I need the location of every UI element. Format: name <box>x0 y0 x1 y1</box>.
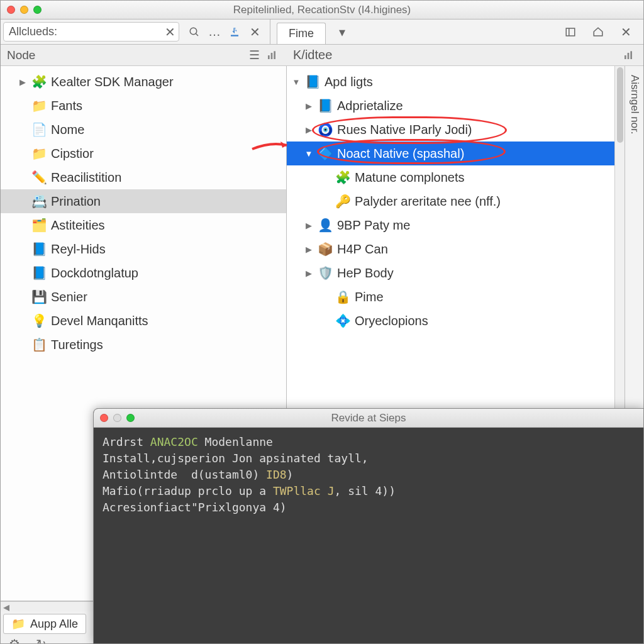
terminal-zoom-button[interactable] <box>126 414 135 422</box>
home-icon[interactable] <box>589 23 607 41</box>
zoom-window-button[interactable] <box>33 6 42 14</box>
search-input[interactable] <box>4 23 161 41</box>
close-tab-icon[interactable]: ✕ <box>617 23 635 41</box>
window-title: Repitelinlied, RecationStv (I4.higines) <box>1 4 643 16</box>
right-pane-title: K/idtee <box>293 48 332 62</box>
chevron-down-icon[interactable]: ▼ <box>304 149 313 158</box>
minimize-window-button[interactable] <box>20 6 28 14</box>
bottom-file-tab[interactable]: 📁 Aupp Alle <box>3 614 86 634</box>
terminal-body[interactable]: Ardrst ANAC2OC Modenlanne Install,cujspe… <box>94 428 643 643</box>
tree-item[interactable]: 💠Oryeclopions <box>287 309 614 333</box>
pane-headers: Node ☰ K/idtee <box>1 45 643 66</box>
svg-rect-10 <box>630 51 632 59</box>
chevron-down-icon[interactable]: ▼ <box>292 77 301 87</box>
chip-icon: 💾 <box>32 290 46 304</box>
diamond-icon: 🔷 <box>318 147 332 160</box>
gem-icon: 💠 <box>336 314 350 328</box>
terminal-title: Revide at Sieps <box>94 412 643 425</box>
bulb-icon: 💡 <box>32 314 46 328</box>
stats-icon[interactable] <box>263 47 280 64</box>
layout-icon[interactable] <box>562 23 579 41</box>
tree-item-label: HeP Body <box>337 266 394 280</box>
tree-item[interactable]: 🗂️Astiteities <box>1 213 286 237</box>
list-icon: 📋 <box>32 338 46 352</box>
tree-item-label: Prination <box>51 194 101 209</box>
tree-item-label: Nome <box>51 123 84 137</box>
tree-item[interactable]: 📘Reyl-Hids <box>1 237 286 261</box>
bottom-file-tab-label: Aupp Alle <box>30 618 78 631</box>
tree-item[interactable]: 🧩Matune complonets <box>287 165 614 189</box>
tree-item-label: Oryeclopions <box>355 314 428 328</box>
tree-item[interactable]: ▼🔷Noact Native (spashal) <box>287 142 614 165</box>
folder-icon: 📁 <box>11 617 25 631</box>
shield-icon: 🛡️ <box>318 266 332 280</box>
tree-item-label: Reyl-Hids <box>51 242 106 257</box>
close-panel-icon[interactable]: ✕ <box>246 23 264 41</box>
tree-item[interactable]: ▶🧩Kealter SDK Manager <box>1 70 286 94</box>
tree-item-label: Senier <box>51 290 87 304</box>
menu-icon[interactable]: ☰ <box>245 47 263 64</box>
tree-item[interactable]: ▶🛡️HeP Body <box>287 261 614 285</box>
close-window-button[interactable] <box>7 6 15 14</box>
tree-item[interactable]: ▶📘Adprietalize <box>287 94 614 118</box>
tree-item-label: Astiteities <box>51 218 105 233</box>
stats2-icon[interactable] <box>619 47 637 64</box>
tree-item-label: Turetings <box>51 338 103 352</box>
tree-item[interactable]: 📋Turetings <box>1 333 286 357</box>
search-icon[interactable] <box>186 23 203 41</box>
tree-item[interactable]: ✏️Reacilistition <box>1 165 286 189</box>
box-icon: 📦 <box>318 242 332 256</box>
more-icon[interactable]: … <box>206 23 223 41</box>
sync-icon[interactable]: ↻ <box>32 635 50 643</box>
chevron-right-icon[interactable]: ▶ <box>304 269 313 278</box>
tree-item[interactable]: ▼📘Apd ligts <box>287 70 614 94</box>
tree-item[interactable]: 🔑Palyder areritate nee (nff.) <box>287 189 614 213</box>
tree-item[interactable]: ▶🧿Rues Native IParly Jodi) <box>287 118 614 142</box>
tree-item[interactable]: 📁Fants <box>1 94 286 118</box>
tree-item-label: Cipstior <box>51 147 94 161</box>
tree-item[interactable]: ▶📦H4P Can <box>287 237 614 261</box>
tree-item-label: Adprietalize <box>337 99 403 113</box>
tab-fime[interactable]: Fime <box>277 23 326 44</box>
clear-search-icon[interactable]: ✕ <box>161 23 179 41</box>
main-titlebar[interactable]: Repitelinlied, RecationStv (I4.higines) <box>1 1 643 19</box>
tree-item-label: Matune complonets <box>355 170 465 185</box>
tree-item[interactable]: 🔒Pime <box>287 285 614 309</box>
gear-icon[interactable]: ⚙ <box>6 635 23 643</box>
svg-line-1 <box>196 33 198 36</box>
tree-item-label: 9BP Paty me <box>337 218 410 233</box>
chevron-right-icon[interactable]: ▶ <box>18 77 27 87</box>
tree-item[interactable]: 📘Dockdotnglatup <box>1 261 286 285</box>
tree-item-label: Pime <box>355 290 384 304</box>
person-icon: 👤 <box>318 218 332 232</box>
tree-item[interactable]: 📁Cipstior <box>1 142 286 165</box>
svg-rect-2 <box>231 35 238 36</box>
dropdown-icon[interactable]: ▾ <box>333 23 351 41</box>
tree-item-label: Noact Native (spashal) <box>337 147 464 161</box>
tree-item-label: Reacilistition <box>51 170 121 185</box>
tree-item-label: Kealter SDK Manager <box>51 75 174 89</box>
terminal-titlebar[interactable]: Revide at Sieps <box>94 409 643 428</box>
doc-icon: 📘 <box>318 99 332 113</box>
svg-point-0 <box>190 28 197 35</box>
tree-item[interactable]: 💡Devel Manqanitts <box>1 309 286 333</box>
sdk-icon: 🧩 <box>32 75 46 89</box>
main-toolbar: ✕ … ✕ Fime ▾ ✕ <box>1 19 643 45</box>
tree-item[interactable]: ▶👤9BP Paty me <box>287 213 614 237</box>
svg-rect-9 <box>628 53 630 59</box>
terminal-close-button[interactable] <box>100 414 108 422</box>
chevron-right-icon[interactable]: ▶ <box>304 101 313 111</box>
search-field-wrap: ✕ <box>3 22 179 42</box>
terminal-minimize-button[interactable] <box>113 414 121 422</box>
chevron-right-icon[interactable]: ▶ <box>304 245 313 254</box>
tree-item[interactable]: 📄Nome <box>1 118 286 142</box>
tree-item[interactable]: 💾Senier <box>1 285 286 309</box>
card-icon: 🗂️ <box>32 218 46 232</box>
download-icon[interactable] <box>226 23 243 41</box>
tree-item[interactable]: 📇Prination <box>1 189 286 213</box>
left-pane-title: Node <box>7 48 35 62</box>
tree-item-label: H4P Can <box>337 242 388 257</box>
stamp-icon: 🧿 <box>318 123 332 136</box>
chevron-right-icon[interactable]: ▶ <box>304 221 313 230</box>
chevron-right-icon[interactable]: ▶ <box>304 125 313 135</box>
